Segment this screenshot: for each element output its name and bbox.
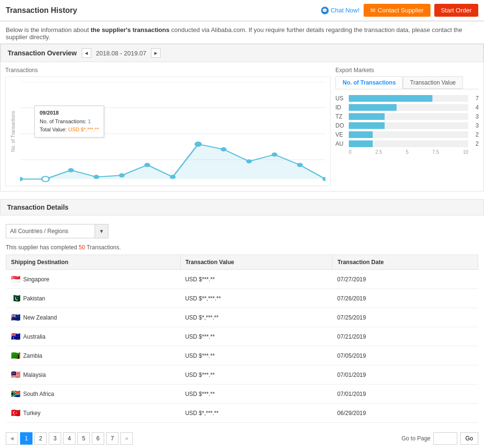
- page-numbers: ◄ 1 2 3 4 5 6 7 »: [6, 432, 133, 445]
- page-3-button[interactable]: 3: [49, 432, 61, 445]
- date-cell: 07/21/2019: [333, 327, 478, 346]
- svg-point-14: [119, 173, 125, 178]
- page-6-button[interactable]: 6: [92, 432, 104, 445]
- country-flag: 🇲🇾: [11, 370, 21, 379]
- col-shipping: Shipping Destination: [6, 255, 181, 270]
- country-name: Singapore: [23, 276, 50, 283]
- bar-axis: 0 2.5 5 7.5 10: [335, 149, 479, 155]
- table-row: 🇵🇰 Pakistan USD $**,***.** 07/26/2019: [6, 289, 478, 308]
- table-row: 🇿🇦 South Africa USD $***.** 07/01/2019: [6, 384, 478, 404]
- chat-now-button[interactable]: 💬 Chat Now!: [321, 7, 360, 14]
- page-2-button[interactable]: 2: [34, 432, 47, 445]
- value-cell: USD $***.**: [180, 327, 332, 346]
- svg-point-19: [246, 159, 252, 163]
- country-name: South Africa: [23, 391, 54, 397]
- tooltip-value: Total Value: USD $*,***.**: [40, 126, 99, 134]
- transactions-chart-area: Transactions No. of Transactions 15 10 5…: [5, 67, 331, 186]
- goto-label: Go to Page: [401, 435, 430, 442]
- value-cell: USD $***.**: [180, 270, 332, 289]
- filter-area: All Countries / Regions ▼: [0, 220, 484, 242]
- date-cell: 07/01/2019: [333, 384, 478, 404]
- dest-cell: 🇵🇰 Pakistan: [6, 289, 181, 308]
- country-flag: 🇳🇿: [11, 313, 21, 322]
- dest-cell: 🇹🇷 Turkey: [6, 404, 181, 423]
- svg-point-17: [194, 141, 202, 147]
- contact-supplier-button[interactable]: ✉ Contact Supplier: [364, 4, 430, 17]
- date-cell: 07/26/2019: [333, 289, 478, 308]
- next-period-button[interactable]: ►: [151, 48, 161, 58]
- svg-marker-9: [20, 144, 325, 179]
- page-5-button[interactable]: 5: [77, 432, 90, 445]
- date-cell: 07/27/2019: [333, 270, 478, 289]
- country-flag: 🇿🇦: [11, 389, 21, 398]
- details-section: Transaction Details All Countries / Regi…: [0, 199, 484, 423]
- svg-point-11: [42, 176, 49, 181]
- chart-tooltip: 09/2018 No. of Transactions: 1 Total Val…: [34, 106, 104, 138]
- prev-period-button[interactable]: ◄: [82, 48, 91, 58]
- page-ellipsis[interactable]: »: [120, 432, 133, 445]
- date-range: 2018.08 - 2019.07: [96, 50, 147, 57]
- chart-wrap: No. of Transactions 15 10 5 0: [5, 76, 331, 186]
- country-flag: 🇦🇺: [11, 332, 21, 341]
- page-4-button[interactable]: 4: [63, 432, 75, 445]
- tab-no-transactions[interactable]: No. of Transactions: [335, 76, 403, 89]
- table-row: 🇲🇾 Malaysia USD $***.** 07/01/2019: [6, 365, 478, 384]
- country-flag: 🇵🇰: [11, 294, 21, 303]
- svg-point-21: [297, 163, 303, 167]
- country-name: Turkey: [23, 410, 41, 416]
- country-flag: 🇸🇬: [11, 275, 21, 284]
- goto-area: Go to Page Go: [401, 432, 478, 445]
- dest-cell: 🇸🇬 Singapore: [6, 270, 181, 289]
- date-cell: 06/29/2019: [333, 404, 478, 423]
- country-flag: 🇹🇷: [11, 408, 21, 417]
- value-cell: USD $***.**: [180, 365, 332, 384]
- export-bars: US 7 ID 4 TZ: [335, 93, 479, 157]
- svg-point-13: [94, 175, 99, 179]
- col-value: Transaction Value: [180, 255, 332, 270]
- page-first-button[interactable]: ◄: [6, 432, 18, 445]
- table-row: 🇿🇲 Zambia USD $***.** 07/05/2019: [6, 346, 478, 365]
- export-title: Export Markets: [335, 67, 479, 74]
- date-cell: 07/01/2019: [333, 365, 478, 384]
- country-name: Australia: [23, 333, 46, 340]
- bar-id: ID 4: [335, 104, 479, 111]
- start-order-button[interactable]: Start Order: [434, 4, 478, 17]
- goto-go-button[interactable]: Go: [460, 432, 478, 445]
- overview-body: Transactions No. of Transactions 15 10 5…: [0, 62, 484, 191]
- country-name: Malaysia: [23, 372, 46, 378]
- dest-cell: 🇳🇿 New Zealand: [6, 308, 181, 327]
- header-actions: 💬 Chat Now! ✉ Contact Supplier Start Ord…: [321, 4, 478, 17]
- svg-point-20: [271, 152, 277, 157]
- bar-tz: TZ 3: [335, 113, 479, 120]
- chat-icon: 💬: [321, 7, 329, 14]
- dest-cell: 🇿🇦 South Africa: [6, 384, 181, 404]
- mail-icon: ✉: [370, 7, 376, 14]
- pagination: ◄ 1 2 3 4 5 6 7 » Go to Page Go: [0, 427, 484, 448]
- value-cell: USD $*,***.**: [180, 308, 332, 327]
- chart-title: Transactions: [5, 67, 331, 74]
- bar-ve: VE 2: [335, 131, 479, 138]
- page-1-button[interactable]: 1: [20, 432, 32, 445]
- table-row: 🇦🇺 Australia USD $***.** 07/21/2019: [6, 327, 478, 346]
- country-flag: 🇿🇲: [11, 351, 21, 360]
- transaction-count: 50: [79, 244, 85, 251]
- page-7-button[interactable]: 7: [106, 432, 118, 445]
- country-filter-select[interactable]: All Countries / Regions: [6, 225, 95, 237]
- table-row: 🇹🇷 Turkey USD $*,***.** 06/29/2019: [6, 404, 478, 423]
- filter-info: This supplier has completed 50 Transacti…: [0, 242, 484, 255]
- page-header: Transaction History 💬 Chat Now! ✉ Contac…: [0, 0, 484, 21]
- svg-point-16: [170, 175, 175, 179]
- export-tabs: No. of Transactions Transaction Value: [335, 76, 479, 89]
- country-name: Pakistan: [23, 295, 45, 302]
- bar-au: AU 2: [335, 140, 479, 147]
- country-filter-wrap[interactable]: All Countries / Regions ▼: [6, 224, 108, 238]
- filter-dropdown-arrow[interactable]: ▼: [95, 224, 108, 238]
- overview-section: Transaction Overview ◄ 2018.08 - 2019.07…: [0, 43, 484, 192]
- tab-transaction-value[interactable]: Transaction Value: [403, 76, 462, 89]
- details-header: Transaction Details: [0, 199, 484, 215]
- svg-point-10: [20, 177, 23, 181]
- dest-cell: 🇿🇲 Zambia: [6, 346, 181, 365]
- value-cell: USD $***.**: [180, 384, 332, 404]
- export-markets-area: Export Markets No. of Transactions Trans…: [335, 67, 479, 186]
- goto-input[interactable]: [433, 432, 457, 445]
